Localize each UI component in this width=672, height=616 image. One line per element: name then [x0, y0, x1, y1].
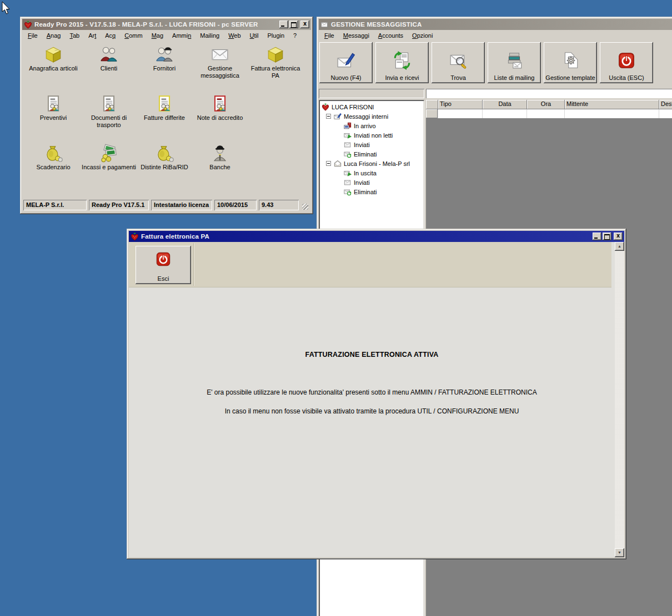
envelope-plain-icon: [344, 179, 352, 186]
minimize-button[interactable]: [593, 233, 601, 240]
desktop-icon-distinte-riba-rid[interactable]: Distinte RiBa/RID: [137, 144, 192, 193]
desktop-icon-label: Documenti di trasporto: [82, 114, 136, 129]
doc-people-gray-icon: [99, 94, 118, 113]
desktop-icon-banche[interactable]: Banche: [192, 144, 248, 193]
envelope-recycle-icon: [344, 188, 352, 196]
column-header-data[interactable]: Data: [483, 100, 527, 109]
collapse-toggle[interactable]: [326, 114, 331, 119]
menu-item-util[interactable]: Util: [245, 31, 263, 40]
minimize-button[interactable]: [279, 21, 288, 28]
message-filter-bar[interactable]: [426, 89, 672, 98]
fattura-content: FATTURAZIONE ELETTRONICA ATTIVA E' ora p…: [129, 287, 615, 557]
tree-item-messaggi-interni[interactable]: Messaggi interni: [320, 112, 424, 121]
tree-item-label: Eliminati: [354, 189, 377, 195]
desktop-icon-clienti[interactable]: Clienti: [81, 45, 137, 94]
box-icon: ...: [44, 45, 63, 64]
message-cell: [438, 109, 483, 118]
desktop-icon-note-di-accredito[interactable]: Note di accredito: [192, 94, 248, 144]
desktop-icon-scadenzario[interactable]: Scadenzario: [26, 144, 81, 193]
tree-item-inviati[interactable]: Inviati: [320, 178, 424, 187]
doc-people-gray-icon: [44, 94, 63, 113]
envelope-open-icon: [334, 160, 342, 168]
menu-item-plugin[interactable]: Plugin: [263, 31, 289, 40]
banker-icon: [210, 144, 229, 163]
cube-icon: [266, 45, 285, 64]
power-icon: [617, 51, 636, 70]
toolbar-button-invia-e-ricevi[interactable]: Invia e ricevi: [375, 42, 429, 83]
tree-item-in-uscita[interactable]: In uscita: [320, 168, 424, 178]
toolbar-button-trova[interactable]: Trova: [432, 42, 485, 83]
maximize-button[interactable]: [603, 233, 611, 240]
esci-button[interactable]: Esci: [136, 246, 191, 284]
scroll-down-button[interactable]: ▼: [615, 548, 624, 557]
fattura-titlebar[interactable]: Fattura elettronica PA x: [129, 231, 624, 242]
tree-item-label: In arrivo: [354, 123, 376, 129]
menu-item-opzioni[interactable]: Opzioni: [408, 31, 437, 40]
ready-pro-window: Ready Pro 2015 - V17.5.18 - MELA-P S.r.l…: [20, 17, 313, 214]
column-header-destinatario[interactable]: Destinatario: [659, 100, 672, 109]
menu-item-messaggi[interactable]: Messaggi: [339, 31, 374, 40]
tree-item-eliminati[interactable]: Eliminati: [320, 149, 424, 159]
messaging-titlebar[interactable]: GESTIONE MESSAGGISTICA: [319, 19, 672, 30]
column-header-ora[interactable]: Ora: [527, 100, 565, 109]
ready-pro-statusbar: MELA-P S.r.l.Ready Pro V17.5.1Intestatar…: [22, 199, 311, 212]
desktop-icon-gestione-messaggistica[interactable]: Gestione messaggistica: [192, 45, 248, 94]
maximize-button[interactable]: [289, 21, 298, 28]
toolbar-button-liste-di-mailing[interactable]: Liste di mailing: [488, 42, 541, 83]
messaging-toolbar: Nuovo (F4)Invia e riceviTrovaListe di ma…: [319, 41, 672, 85]
menu-item-mailing[interactable]: Mailing: [195, 31, 224, 40]
toolbar-button-label: Gestione template: [545, 74, 595, 81]
scrollbar-track[interactable]: [615, 251, 624, 548]
toolbar-button-label: Uscita (ESC): [609, 74, 644, 81]
tree-item-in-arrivo[interactable]: In arrivo: [320, 121, 424, 130]
menu-item-ammin[interactable]: Ammin: [168, 31, 195, 40]
desktop-icon-fatture-differite[interactable]: Fatture differite: [137, 94, 192, 144]
menu-item-comm[interactable]: Comm: [120, 31, 147, 40]
tree-item-eliminati[interactable]: Eliminati: [320, 187, 424, 196]
desktop-icon-anagrafica-articoli[interactable]: ...Anagrafica articoli: [26, 45, 81, 94]
column-header-tipo[interactable]: Tipo: [438, 100, 483, 109]
ready-pro-titlebar[interactable]: Ready Pro 2015 - V17.5.18 - MELA-P S.r.l…: [22, 19, 311, 30]
tree-item-luca-frisoni-mela-p-srl[interactable]: Luca Frisoni - Mela-P srl: [320, 159, 424, 168]
desktop-icon-documenti-di-trasporto[interactable]: Documenti di trasporto: [81, 94, 137, 144]
tree-item-inviati-non-letti[interactable]: Inviati non letti: [320, 130, 424, 140]
money-bag-icon: [44, 144, 63, 163]
menu-item-anag[interactable]: Anag: [42, 31, 66, 40]
desktop-icon-fornitori[interactable]: Fornitori: [137, 45, 192, 94]
toolbar-button-nuovo-f4[interactable]: Nuovo (F4): [319, 42, 373, 83]
close-button[interactable]: x: [300, 21, 309, 28]
menu-item-web[interactable]: Web: [224, 31, 245, 40]
toolbar-button-gestione-template[interactable]: Gestione template: [544, 42, 597, 83]
menu-item-item[interactable]: ?: [289, 31, 301, 40]
desktop-icon-incassi-e-pagamenti[interactable]: Incassi e pagamenti: [81, 144, 137, 193]
resize-grip[interactable]: [302, 204, 308, 210]
column-header-icon[interactable]: [426, 100, 438, 109]
message-cell: [565, 109, 659, 118]
scroll-up-button[interactable]: ▲: [615, 242, 624, 251]
vertical-scrollbar[interactable]: ▲ ▼: [615, 242, 624, 557]
collapse-toggle[interactable]: [326, 161, 331, 166]
tree-item-inviati[interactable]: Inviati: [320, 140, 424, 149]
tree-item-label: Eliminati: [354, 151, 377, 158]
tree-item-luca-frisoni[interactable]: LUCA FRISONI: [320, 102, 424, 112]
desktop-icon-preventivi[interactable]: Preventivi: [26, 94, 81, 144]
menu-item-art[interactable]: Art: [84, 31, 101, 40]
menu-item-file[interactable]: File: [23, 31, 42, 40]
close-button[interactable]: x: [614, 233, 623, 240]
menu-item-acq[interactable]: Acq: [101, 31, 120, 40]
column-header-mittente[interactable]: Mittente: [565, 100, 659, 109]
strawberry-icon: [131, 233, 139, 241]
desktop-icon-fattura-elettronica-pa[interactable]: Fattura elettronica PA: [248, 45, 303, 94]
menu-item-accounts[interactable]: Accounts: [374, 31, 408, 40]
menu-item-tab[interactable]: Tab: [65, 31, 84, 40]
status-panel-9-43: 9.43: [259, 200, 299, 210]
tree-item-label: Inviati: [354, 142, 370, 148]
desktop-icon-label: Note di accredito: [193, 114, 247, 122]
desktop-icon-label: Incassi e pagamenti: [82, 164, 136, 171]
menu-item-file[interactable]: File: [320, 31, 339, 40]
menu-item-mag[interactable]: Mag: [147, 31, 168, 40]
toolbar-button-label: Nuovo (F4): [330, 74, 361, 81]
desktop: Ready Pro 2015 - V17.5.18 - MELA-P S.r.l…: [0, 0, 672, 616]
toolbar-button-uscita-esc[interactable]: Uscita (ESC): [600, 42, 653, 83]
status-panel-ready-pro-v17-5-1: Ready Pro V17.5.1: [89, 200, 149, 210]
